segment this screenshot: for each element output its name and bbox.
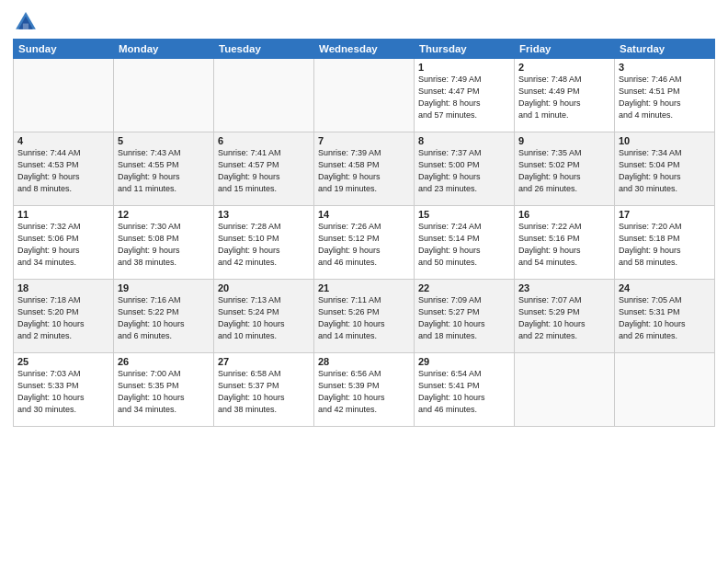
day-number: 23 bbox=[518, 282, 610, 293]
day-number: 17 bbox=[619, 209, 711, 220]
day-number: 8 bbox=[418, 135, 510, 146]
day-info: Sunrise: 7:35 AM Sunset: 5:02 PM Dayligh… bbox=[518, 147, 610, 195]
weekday-header-sunday: Sunday bbox=[14, 40, 114, 59]
calendar-cell: 7Sunrise: 7:39 AM Sunset: 4:58 PM Daylig… bbox=[314, 132, 415, 206]
day-number: 27 bbox=[218, 356, 310, 367]
weekday-header-tuesday: Tuesday bbox=[214, 40, 314, 59]
calendar-cell: 4Sunrise: 7:44 AM Sunset: 4:53 PM Daylig… bbox=[14, 132, 114, 206]
day-number: 12 bbox=[118, 209, 210, 220]
calendar-cell: 6Sunrise: 7:41 AM Sunset: 4:57 PM Daylig… bbox=[214, 132, 314, 206]
calendar-cell: 27Sunrise: 6:58 AM Sunset: 5:37 PM Dayli… bbox=[214, 353, 314, 427]
calendar-cell: 14Sunrise: 7:26 AM Sunset: 5:12 PM Dayli… bbox=[314, 206, 415, 280]
calendar-cell: 8Sunrise: 7:37 AM Sunset: 5:00 PM Daylig… bbox=[415, 132, 515, 206]
calendar-cell: 13Sunrise: 7:28 AM Sunset: 5:10 PM Dayli… bbox=[214, 206, 314, 280]
day-info: Sunrise: 7:03 AM Sunset: 5:33 PM Dayligh… bbox=[17, 368, 109, 416]
weekday-header-wednesday: Wednesday bbox=[314, 40, 415, 59]
calendar-cell: 15Sunrise: 7:24 AM Sunset: 5:14 PM Dayli… bbox=[415, 206, 515, 280]
week-row-2: 4Sunrise: 7:44 AM Sunset: 4:53 PM Daylig… bbox=[14, 132, 715, 206]
calendar-cell bbox=[214, 59, 314, 132]
calendar-cell: 22Sunrise: 7:09 AM Sunset: 5:27 PM Dayli… bbox=[415, 280, 515, 353]
day-info: Sunrise: 7:20 AM Sunset: 5:18 PM Dayligh… bbox=[619, 221, 711, 269]
day-info: Sunrise: 7:37 AM Sunset: 5:00 PM Dayligh… bbox=[418, 147, 510, 195]
day-number: 29 bbox=[418, 356, 510, 367]
day-info: Sunrise: 7:30 AM Sunset: 5:08 PM Dayligh… bbox=[118, 221, 210, 269]
day-info: Sunrise: 7:13 AM Sunset: 5:24 PM Dayligh… bbox=[218, 294, 310, 342]
day-number: 4 bbox=[17, 135, 109, 146]
calendar-cell: 1Sunrise: 7:49 AM Sunset: 4:47 PM Daylig… bbox=[415, 59, 515, 132]
day-number: 16 bbox=[518, 209, 610, 220]
day-info: Sunrise: 7:05 AM Sunset: 5:31 PM Dayligh… bbox=[619, 294, 711, 342]
header bbox=[13, 9, 715, 35]
day-info: Sunrise: 7:41 AM Sunset: 4:57 PM Dayligh… bbox=[218, 147, 310, 195]
day-info: Sunrise: 7:28 AM Sunset: 5:10 PM Dayligh… bbox=[218, 221, 310, 269]
day-info: Sunrise: 7:39 AM Sunset: 4:58 PM Dayligh… bbox=[318, 147, 410, 195]
day-info: Sunrise: 7:24 AM Sunset: 5:14 PM Dayligh… bbox=[418, 221, 510, 269]
page-container: SundayMondayTuesdayWednesdayThursdayFrid… bbox=[0, 0, 728, 432]
calendar-cell bbox=[314, 59, 415, 132]
weekday-header-friday: Friday bbox=[515, 40, 615, 59]
day-info: Sunrise: 7:48 AM Sunset: 4:49 PM Dayligh… bbox=[518, 74, 610, 121]
calendar-cell bbox=[615, 353, 715, 427]
day-number: 19 bbox=[118, 282, 210, 293]
calendar-cell: 25Sunrise: 7:03 AM Sunset: 5:33 PM Dayli… bbox=[14, 353, 114, 427]
day-info: Sunrise: 7:18 AM Sunset: 5:20 PM Dayligh… bbox=[17, 294, 109, 342]
calendar-cell: 17Sunrise: 7:20 AM Sunset: 5:18 PM Dayli… bbox=[615, 206, 715, 280]
calendar-cell: 21Sunrise: 7:11 AM Sunset: 5:26 PM Dayli… bbox=[314, 280, 415, 353]
day-info: Sunrise: 7:32 AM Sunset: 5:06 PM Dayligh… bbox=[17, 221, 109, 269]
day-info: Sunrise: 7:00 AM Sunset: 5:35 PM Dayligh… bbox=[118, 368, 210, 416]
day-info: Sunrise: 6:56 AM Sunset: 5:39 PM Dayligh… bbox=[318, 368, 410, 416]
day-number: 20 bbox=[218, 282, 310, 293]
calendar-cell: 2Sunrise: 7:48 AM Sunset: 4:49 PM Daylig… bbox=[515, 59, 615, 132]
day-info: Sunrise: 7:34 AM Sunset: 5:04 PM Dayligh… bbox=[619, 147, 711, 195]
calendar-cell: 24Sunrise: 7:05 AM Sunset: 5:31 PM Dayli… bbox=[615, 280, 715, 353]
day-number: 24 bbox=[619, 282, 711, 293]
calendar-cell: 9Sunrise: 7:35 AM Sunset: 5:02 PM Daylig… bbox=[515, 132, 615, 206]
day-number: 10 bbox=[619, 135, 711, 146]
calendar-cell: 5Sunrise: 7:43 AM Sunset: 4:55 PM Daylig… bbox=[114, 132, 214, 206]
day-info: Sunrise: 7:22 AM Sunset: 5:16 PM Dayligh… bbox=[518, 221, 610, 269]
day-number: 11 bbox=[17, 209, 109, 220]
day-number: 28 bbox=[318, 356, 410, 367]
calendar-cell: 11Sunrise: 7:32 AM Sunset: 5:06 PM Dayli… bbox=[14, 206, 114, 280]
calendar-cell bbox=[515, 353, 615, 427]
day-number: 9 bbox=[518, 135, 610, 146]
day-info: Sunrise: 7:16 AM Sunset: 5:22 PM Dayligh… bbox=[118, 294, 210, 342]
day-number: 2 bbox=[518, 62, 610, 73]
weekday-header-monday: Monday bbox=[114, 40, 214, 59]
calendar-cell: 20Sunrise: 7:13 AM Sunset: 5:24 PM Dayli… bbox=[214, 280, 314, 353]
day-info: Sunrise: 6:58 AM Sunset: 5:37 PM Dayligh… bbox=[218, 368, 310, 416]
day-number: 5 bbox=[118, 135, 210, 146]
day-number: 6 bbox=[218, 135, 310, 146]
day-number: 14 bbox=[318, 209, 410, 220]
day-info: Sunrise: 7:26 AM Sunset: 5:12 PM Dayligh… bbox=[318, 221, 410, 269]
logo-icon bbox=[13, 9, 39, 35]
day-info: Sunrise: 7:43 AM Sunset: 4:55 PM Dayligh… bbox=[118, 147, 210, 195]
svg-rect-2 bbox=[23, 24, 28, 29]
calendar-cell: 16Sunrise: 7:22 AM Sunset: 5:16 PM Dayli… bbox=[515, 206, 615, 280]
logo bbox=[13, 9, 42, 35]
day-number: 15 bbox=[418, 209, 510, 220]
weekday-header-row: SundayMondayTuesdayWednesdayThursdayFrid… bbox=[14, 40, 715, 59]
week-row-5: 25Sunrise: 7:03 AM Sunset: 5:33 PM Dayli… bbox=[14, 353, 715, 427]
calendar: SundayMondayTuesdayWednesdayThursdayFrid… bbox=[13, 39, 715, 427]
day-number: 22 bbox=[418, 282, 510, 293]
day-info: Sunrise: 7:07 AM Sunset: 5:29 PM Dayligh… bbox=[518, 294, 610, 342]
day-info: Sunrise: 6:54 AM Sunset: 5:41 PM Dayligh… bbox=[418, 368, 510, 416]
weekday-header-saturday: Saturday bbox=[615, 40, 715, 59]
day-number: 25 bbox=[17, 356, 109, 367]
calendar-cell: 26Sunrise: 7:00 AM Sunset: 5:35 PM Dayli… bbox=[114, 353, 214, 427]
day-info: Sunrise: 7:49 AM Sunset: 4:47 PM Dayligh… bbox=[418, 74, 510, 121]
calendar-cell: 12Sunrise: 7:30 AM Sunset: 5:08 PM Dayli… bbox=[114, 206, 214, 280]
week-row-1: 1Sunrise: 7:49 AM Sunset: 4:47 PM Daylig… bbox=[14, 59, 715, 132]
calendar-cell: 3Sunrise: 7:46 AM Sunset: 4:51 PM Daylig… bbox=[615, 59, 715, 132]
calendar-cell: 23Sunrise: 7:07 AM Sunset: 5:29 PM Dayli… bbox=[515, 280, 615, 353]
day-info: Sunrise: 7:11 AM Sunset: 5:26 PM Dayligh… bbox=[318, 294, 410, 342]
calendar-cell bbox=[14, 59, 114, 132]
day-info: Sunrise: 7:09 AM Sunset: 5:27 PM Dayligh… bbox=[418, 294, 510, 342]
day-number: 3 bbox=[619, 62, 711, 73]
day-number: 13 bbox=[218, 209, 310, 220]
calendar-cell bbox=[114, 59, 214, 132]
day-number: 21 bbox=[318, 282, 410, 293]
calendar-cell: 19Sunrise: 7:16 AM Sunset: 5:22 PM Dayli… bbox=[114, 280, 214, 353]
day-number: 7 bbox=[318, 135, 410, 146]
